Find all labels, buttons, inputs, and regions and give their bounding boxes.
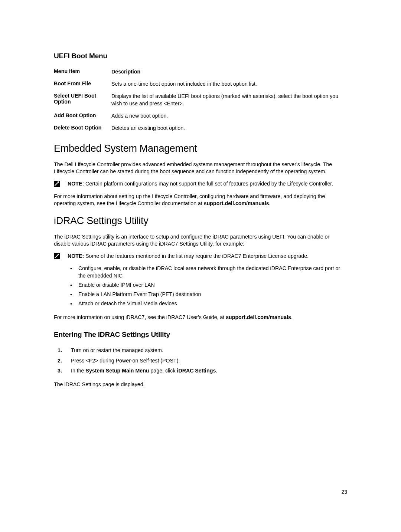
p2b: support.dell.com/manuals [226,314,291,320]
step-text: Turn on or restart the managed system. [71,347,163,353]
embedded-p1: The Dell Lifecycle Controller provides a… [54,161,347,175]
menu-item-desc: Sets a one-time boot option not included… [111,81,347,88]
step-text: Press <F2> during Power-on Self-test (PO… [71,358,180,364]
idrac-bullets: Configure, enable, or disable the iDRAC … [69,265,347,307]
step-text: In the System Setup Main Menu page, clic… [71,368,217,374]
list-item: 3. In the System Setup Main Menu page, c… [58,367,347,374]
note-row: NOTE: Some of the features mentioned in … [54,253,347,260]
p2a: For more information about setting up th… [54,193,325,206]
idrac-p1: The iDRAC Settings utility is an interfa… [54,233,347,247]
col-menu-item: Menu Item [54,68,111,74]
table-row: Delete Boot Option Deletes an existing b… [54,125,347,132]
s3e: . [216,368,217,374]
menu-item-desc: Displays the list of available UEFI boot… [111,93,347,107]
s3a: In the [71,368,85,374]
embedded-p2: For more information about setting up th… [54,193,347,207]
table-row: Select UEFI Boot Option Displays the lis… [54,93,347,107]
idrac-heading: iDRAC Settings Utility [54,215,347,227]
menu-item-desc: Deletes an existing boot option. [111,125,347,132]
note-text: NOTE: Some of the features mentioned in … [68,253,309,260]
s3b: System Setup Main Menu [85,368,149,374]
list-item: Attach or detach the Virtual Media devic… [69,300,347,307]
table-row: Boot From File Sets a one-time boot opti… [54,81,347,88]
step-number: 2. [58,357,62,364]
note-text: NOTE: Certain platform configurations ma… [68,180,333,187]
s3d: iDRAC Settings [177,368,216,374]
document-page: UEFI Boot Menu Menu Item Description Boo… [0,0,401,388]
table-row: Add Boot Option Adds a new boot option. [54,112,347,119]
step-number: 1. [58,347,62,354]
menu-item-label: Select UEFI Boot Option [54,93,111,105]
note-row: NOTE: Certain platform configurations ma… [54,180,347,187]
note-label: NOTE: [68,181,84,187]
list-item: Configure, enable, or disable the iDRAC … [69,265,347,279]
p2c: . [291,314,293,320]
uefi-table: Menu Item Description Boot From File Set… [54,68,347,132]
entering-closing: The iDRAC Settings page is displayed. [54,381,347,388]
embedded-heading: Embedded System Management [54,143,347,154]
idrac-p2: For more information on using iDRAC7, se… [54,314,347,321]
menu-item-label: Delete Boot Option [54,125,111,131]
menu-item-label: Add Boot Option [54,112,111,118]
note-label: NOTE: [68,253,84,259]
note-icon [54,253,60,259]
p2b: support.dell.com/manuals [204,200,269,206]
note-body: Some of the features mentioned in the li… [84,253,309,259]
step-number: 3. [58,367,62,374]
menu-item-label: Boot From File [54,81,111,86]
list-item: Enable a LAN Platform Event Trap (PET) d… [69,291,347,298]
list-item: 2. Press <F2> during Power-on Self-test … [58,357,347,364]
table-header-row: Menu Item Description [54,68,347,75]
p2a: For more information on using iDRAC7, se… [54,314,226,320]
p2c: . [269,200,271,206]
entering-steps: 1. Turn on or restart the managed system… [58,347,347,374]
menu-item-desc: Adds a new boot option. [111,112,347,119]
uefi-boot-menu-heading: UEFI Boot Menu [54,52,347,60]
page-number: 23 [341,489,347,495]
note-body: Certain platform configurations may not … [84,181,333,187]
entering-heading: Entering The iDRAC Settings Utility [54,331,347,339]
note-icon [54,181,60,187]
col-description: Description [111,68,347,75]
list-item: 1. Turn on or restart the managed system… [58,347,347,354]
list-item: Enable or disable IPMI over LAN [69,282,347,289]
s3c: page, click [149,368,177,374]
